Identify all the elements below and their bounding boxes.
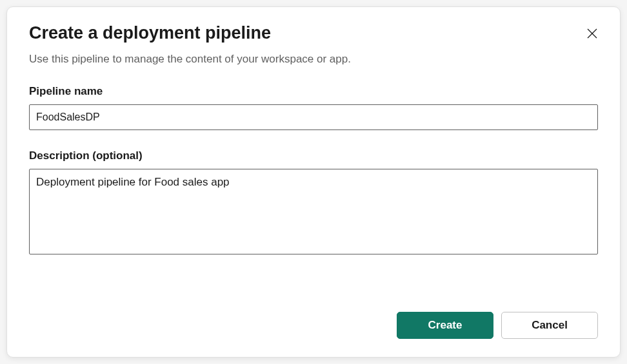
pipeline-name-input[interactable] [29,104,598,130]
pipeline-name-group: Pipeline name [29,85,598,130]
cancel-button[interactable]: Cancel [501,312,598,339]
dialog-subtitle: Use this pipeline to manage the content … [29,53,598,66]
dialog-title: Create a deployment pipeline [29,23,271,43]
create-button[interactable]: Create [397,312,493,339]
pipeline-name-label: Pipeline name [29,85,598,98]
create-pipeline-dialog: Create a deployment pipeline Use this pi… [6,6,621,358]
dialog-header: Create a deployment pipeline [29,23,598,44]
description-group: Description (optional) [29,149,598,257]
close-button[interactable] [584,25,601,44]
description-input[interactable] [29,169,598,254]
dialog-footer: Create Cancel [29,296,598,339]
description-label: Description (optional) [29,149,598,162]
close-icon [586,28,598,41]
